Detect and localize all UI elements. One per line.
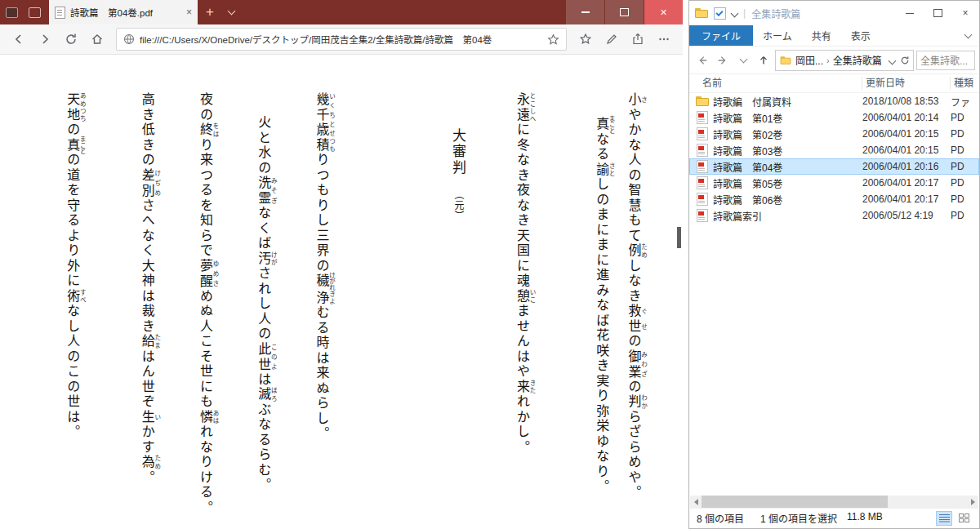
file-row[interactable]: 詩歌篇 第05巻2006/04/01 20:17PD bbox=[689, 175, 979, 191]
nav-recent-chevron[interactable] bbox=[734, 51, 752, 69]
web-note-pen-button[interactable] bbox=[599, 27, 624, 51]
address-refresh-icon[interactable] bbox=[900, 56, 910, 65]
pdf-file-icon bbox=[696, 111, 709, 124]
file-row[interactable]: 詩歌篇 第01巻2006/04/01 20:14PD bbox=[689, 109, 979, 126]
ribbon-expand-chevron[interactable] bbox=[957, 25, 979, 46]
tabs-aside-icon bbox=[6, 7, 18, 18]
favorites-hub-button[interactable] bbox=[573, 27, 598, 51]
file-list: 詩歌編 付属資料2018/10/08 18:53ファ詩歌篇 第01巻2006/0… bbox=[689, 93, 979, 224]
home-button[interactable] bbox=[85, 27, 109, 51]
file-name: 詩歌篇 第03巻 bbox=[713, 144, 862, 158]
pdf-file-icon bbox=[696, 144, 709, 157]
file-row[interactable]: 詩歌編 付属資料2018/10/08 18:53ファ bbox=[689, 93, 979, 109]
edge-browser-window: 詩歌篇 第04巻.pdf × + × file:///C:/Users/X/On… bbox=[0, 0, 683, 529]
nav-up-button[interactable] bbox=[755, 51, 773, 69]
breadcrumb-item[interactable]: 岡田... bbox=[795, 53, 823, 67]
pdf-file-icon bbox=[696, 160, 709, 173]
address-bar[interactable]: file:///C:/Users/X/OneDrive/デスクトップ/岡田茂吉全… bbox=[116, 28, 567, 51]
nav-back-button[interactable] bbox=[693, 51, 711, 69]
file-explorer-window: | 全集詩歌篇 × ファイルホーム共有表示 岡田...›全集詩歌篇 名前更新日時… bbox=[688, 0, 980, 529]
address-dropdown-chevron[interactable] bbox=[888, 55, 897, 66]
pdf-page: 小さやかな人の智慧もて例ためしなき救世ぐせの御業みわざの判わからざらめや。真まこ… bbox=[0, 55, 683, 529]
column-header-type[interactable]: 種類 bbox=[951, 77, 979, 90]
explorer-titlebar[interactable]: | 全集詩歌篇 × bbox=[689, 1, 979, 25]
nav-forward-button[interactable] bbox=[714, 51, 732, 69]
back-button[interactable] bbox=[7, 27, 31, 51]
selection-info: 1 個の項目を選択 bbox=[760, 511, 837, 525]
forward-button[interactable] bbox=[33, 27, 57, 51]
tab-close-icon[interactable]: × bbox=[186, 7, 192, 18]
column-header-date[interactable]: 更新日時 bbox=[862, 77, 951, 90]
scroll-right-arrow[interactable] bbox=[967, 496, 978, 509]
poem-column: 永遠とこしへに冬なき夜なき天国に魂憩いこませんはや来きたれかし。 bbox=[513, 92, 535, 527]
large-icons-view-button[interactable] bbox=[956, 511, 972, 526]
file-type: PD bbox=[951, 144, 979, 156]
ribbon-tab-file[interactable]: ファイル bbox=[689, 25, 753, 46]
set-tabs-aside-button[interactable] bbox=[0, 0, 23, 24]
minimize-button[interactable] bbox=[566, 0, 604, 24]
section-number: （元） bbox=[452, 189, 464, 221]
pdf-vertical-text: 小さやかな人の智慧もて例ためしなき救世ぐせの御業みわざの判わからざらめや。真まこ… bbox=[0, 55, 676, 527]
close-button[interactable]: × bbox=[644, 0, 683, 24]
url-text: file:///C:/Users/X/OneDrive/デスクトップ/岡田茂吉全… bbox=[140, 33, 542, 46]
horizontal-scrollbar[interactable] bbox=[690, 496, 978, 509]
poem-column: 夜の終をはり来つるを知らで夢醒ゆめさめぬ人こそ世にも憐あはれなりける。 bbox=[196, 92, 218, 527]
folder-icon bbox=[696, 95, 709, 108]
refresh-button[interactable] bbox=[59, 27, 83, 51]
breadcrumb-separator: › bbox=[826, 56, 830, 65]
file-type: PD bbox=[951, 177, 979, 189]
poem-column: 高き低きの差別けぢめさへなく大神は裁き給たまはん世ぞ生いかす為ため。 bbox=[138, 92, 160, 527]
explorer-minimize-button[interactable] bbox=[896, 1, 924, 25]
ribbon-tab-home[interactable]: ホーム bbox=[753, 25, 802, 46]
file-type: PD bbox=[951, 193, 979, 205]
explorer-address-bar[interactable]: 岡田...›全集詩歌篇 bbox=[775, 50, 914, 71]
file-row[interactable]: 詩歌篇索引2006/05/12 4:19PD bbox=[689, 207, 979, 224]
favorite-star-icon[interactable] bbox=[547, 33, 559, 46]
tab-list-chevron-icon[interactable] bbox=[222, 0, 241, 24]
tab-title: 詩歌篇 第04巻.pdf bbox=[70, 6, 181, 19]
quick-access-properties-icon[interactable] bbox=[714, 7, 726, 20]
pdf-scrollbar-thumb[interactable] bbox=[677, 227, 681, 248]
poem-column: 天地あめつちの真まことの道を守るより外に術すべなし人のこの世は。 bbox=[64, 92, 86, 527]
file-name: 詩歌篇 第06巻 bbox=[713, 193, 862, 207]
address-folder-icon bbox=[781, 56, 791, 64]
hscroll-thumb[interactable] bbox=[702, 496, 888, 509]
breadcrumb-item[interactable]: 全集詩歌篇 bbox=[833, 53, 882, 67]
poem-column: 幾千歳いくちとせ積つもりつもりし三界の穢けがれ浄きよむる時は来ぬらし。 bbox=[313, 92, 335, 527]
globe-icon bbox=[123, 33, 135, 45]
file-name: 詩歌篇 第01巻 bbox=[713, 111, 862, 125]
file-row[interactable]: 詩歌篇 第06巻2006/04/01 20:17PD bbox=[689, 191, 979, 207]
more-options-button[interactable] bbox=[652, 27, 676, 51]
details-view-button[interactable] bbox=[936, 511, 952, 526]
search-input[interactable] bbox=[916, 51, 975, 70]
file-date: 2018/10/08 18:53 bbox=[862, 96, 951, 107]
file-row[interactable]: 詩歌篇 第03巻2006/04/01 20:15PD bbox=[689, 142, 979, 158]
file-row[interactable]: 詩歌篇 第04巻2006/04/01 20:16PD bbox=[689, 158, 979, 175]
active-tab[interactable]: 詩歌篇 第04巻.pdf × bbox=[49, 0, 198, 24]
file-row[interactable]: 詩歌篇 第02巻2006/04/01 20:15PD bbox=[689, 126, 979, 142]
file-type: PD bbox=[951, 210, 979, 221]
file-name: 詩歌篇 第05巻 bbox=[713, 176, 862, 190]
ribbon-tab-share[interactable]: 共有 bbox=[802, 25, 841, 46]
explorer-maximize-button[interactable] bbox=[924, 1, 951, 25]
pdf-file-icon bbox=[696, 193, 709, 206]
pdf-file-icon bbox=[696, 209, 709, 222]
maximize-button[interactable] bbox=[605, 0, 644, 24]
poem-column: 小さやかな人の智慧もて例ためしなき救世ぐせの御業みわざの判わからざらめや。 bbox=[625, 92, 647, 527]
pdf-document-icon bbox=[55, 7, 65, 19]
scroll-left-arrow[interactable] bbox=[690, 496, 702, 509]
status-bar: 8 個の項目 1 個の項目を選択 11.8 MB bbox=[690, 508, 978, 527]
tab-preview-button[interactable] bbox=[23, 0, 46, 24]
explorer-window-title: 全集詩歌篇 bbox=[751, 7, 890, 20]
file-date: 2006/04/01 20:17 bbox=[862, 193, 951, 205]
explorer-close-button[interactable]: × bbox=[951, 1, 979, 25]
section-title: 大審判 bbox=[450, 128, 466, 176]
file-type: ファ bbox=[951, 95, 979, 109]
ribbon-tab-view[interactable]: 表示 bbox=[841, 25, 880, 46]
column-header-name[interactable]: 名前 bbox=[702, 77, 862, 90]
quick-access-chevron-icon[interactable] bbox=[732, 7, 737, 19]
share-button[interactable] bbox=[626, 27, 650, 51]
new-tab-button[interactable]: + bbox=[198, 0, 222, 24]
file-date: 2006/04/01 20:15 bbox=[862, 128, 951, 140]
selection-size: 11.8 MB bbox=[847, 511, 883, 525]
